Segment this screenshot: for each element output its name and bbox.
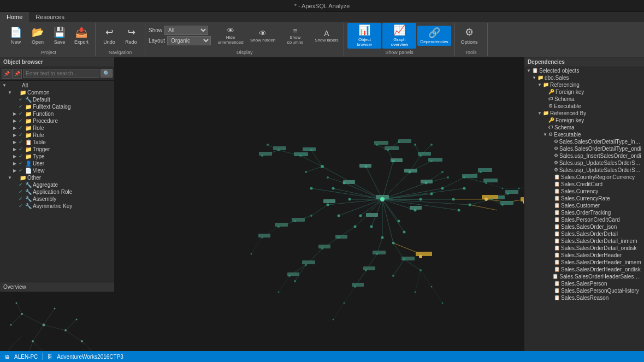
- show-select[interactable]: All: [164, 26, 208, 35]
- layout-select[interactable]: Organic: [167, 36, 211, 45]
- svg-point-225: [502, 187, 504, 189]
- dep-item-executable-group[interactable]: ▼⚙Executable: [524, 131, 644, 138]
- svg-point-174: [327, 203, 329, 206]
- dep-item-schema[interactable]: 🏷Schema: [524, 96, 644, 103]
- redo-button[interactable]: ↪ Redo: [121, 25, 141, 46]
- undo-button[interactable]: ↩ Undo: [99, 25, 120, 46]
- svg-line-72: [464, 177, 486, 183]
- dep-item-item18[interactable]: 📋Sales.SalesOrderHeader_inmem: [524, 259, 644, 266]
- pin-btn-1[interactable]: 📌: [2, 69, 11, 79]
- dep-tree[interactable]: ▼📋Selected objects▼📁dbo.Sales▼📁Referenci…: [524, 67, 644, 301]
- tree-item-user[interactable]: ▶✓👤User: [0, 160, 114, 167]
- tree-item-default[interactable]: ✓🔧Default: [0, 96, 114, 103]
- hide-unreferenced-button[interactable]: 👁 Hide unreferenced: [214, 25, 247, 46]
- dep-item-item11[interactable]: 📋Sales.OrderTracking: [524, 209, 644, 216]
- dep-item-item23[interactable]: 📋Sales.SalesReason: [524, 294, 644, 301]
- dep-item-foreign-key2[interactable]: 🔑Foreign key: [524, 117, 644, 124]
- dep-item-executable[interactable]: ⚙Executable: [524, 103, 644, 110]
- dep-item-item15[interactable]: 📋Sales.SalesOrderDetail_inmem: [524, 238, 644, 245]
- dep-item-item14[interactable]: 📋Sales.SalesOrderDetail: [524, 230, 644, 238]
- dep-item-item1[interactable]: ⚙Sales.SalesOrderDetailType_inme: [524, 138, 644, 145]
- tree-item-procedure[interactable]: ▶✓📁Procedure: [0, 117, 114, 124]
- svg-point-182: [310, 149, 312, 151]
- dep-item-item6[interactable]: 📋Sales.CountryRegionCurrency: [524, 174, 644, 181]
- tab-home[interactable]: Home: [0, 12, 29, 22]
- dep-item-label-item23: Sales.SalesReason: [561, 295, 608, 301]
- svg-line-9: [33, 341, 44, 352]
- dep-item-label-item3: Sales.usp_InsertSalesOrder_ondi: [559, 153, 641, 159]
- search-input[interactable]: [23, 69, 99, 78]
- open-button[interactable]: 📂 Open: [27, 25, 48, 46]
- tree-item-table[interactable]: ▶✓📋Table: [0, 139, 114, 146]
- dep-item-item2[interactable]: ⚙Sales.SalesOrderDetailType_ondi: [524, 145, 644, 152]
- svg-point-155: [321, 165, 324, 168]
- dep-item-selected[interactable]: ▼📋Selected objects: [524, 67, 644, 74]
- dep-item-item22[interactable]: 📋Sales.SalesPersonQuotaHistory: [524, 287, 644, 294]
- tree-item-rule[interactable]: ▶✓📁Rule: [0, 132, 114, 139]
- dep-item-item12[interactable]: 📋Sales.PersonCreditCard: [524, 216, 644, 223]
- center-canvas[interactable]: − + 4% ⊡ ⤢: [115, 57, 524, 362]
- dep-item-label-item10: Sales.Customer: [561, 203, 600, 209]
- dep-item-item5[interactable]: ⚙Sales.usp_UpdateSalesOrderShip: [524, 167, 644, 174]
- tree-item-asymkey[interactable]: ✓🔧Asymmetric Key: [0, 203, 114, 210]
- new-button[interactable]: 📄 New: [5, 25, 26, 46]
- graph-overview-button[interactable]: 📈 Graph overview: [382, 23, 416, 49]
- show-hidden-button[interactable]: 👁 Show hidden: [248, 28, 277, 44]
- dep-item-foreign-key[interactable]: 🔑Foreign key: [524, 88, 644, 96]
- tree-item-all[interactable]: ▼All: [0, 82, 114, 89]
- tree-area[interactable]: ▼All▼📁Common✓🔧Default✓📁Fulltext Catalog▶…: [0, 81, 114, 282]
- tree-item-aggregate[interactable]: ✓🔧Aggregate: [0, 181, 114, 188]
- svg-line-6: [66, 319, 76, 330]
- dep-item-item3[interactable]: ⚙Sales.usp_InsertSalesOrder_ondi: [524, 152, 644, 159]
- search-button[interactable]: 🔍: [101, 69, 113, 78]
- tree-item-assembly[interactable]: ✓🔧Assembly: [0, 195, 114, 203]
- dep-item-label-executable: Executable: [554, 103, 581, 109]
- pin-btn-2[interactable]: 📌: [12, 69, 22, 79]
- tree-item-common[interactable]: ▼📁Common: [0, 89, 114, 96]
- tree-item-other[interactable]: ▼📁Other: [0, 174, 114, 181]
- svg-point-169: [381, 236, 384, 239]
- show-columns-button[interactable]: ≡ Show columns: [279, 25, 311, 46]
- tree-item-fulltext[interactable]: ✓📁Fulltext Catalog: [0, 103, 114, 110]
- dep-item-item9[interactable]: 📋Sales.CurrencyRate: [524, 195, 644, 202]
- export-button[interactable]: 📤 Export: [71, 25, 92, 46]
- dep-item-icon-item13: 📋: [554, 224, 560, 229]
- tab-resources[interactable]: Resources: [29, 12, 71, 22]
- dep-item-item7[interactable]: 📋Sales.CreditCard: [524, 181, 644, 188]
- tree-item-approle[interactable]: ✓🔧Application Role: [0, 188, 114, 195]
- svg-line-52: [382, 199, 404, 232]
- dep-item-item21[interactable]: 📋Sales.SalesPerson: [524, 280, 644, 287]
- tree-item-type[interactable]: ▶✓📁Type: [0, 153, 114, 160]
- dep-item-referencing[interactable]: ▼📁Referencing: [524, 81, 644, 88]
- svg-point-175: [332, 187, 335, 189]
- tree-item-view[interactable]: ▶✓📄View: [0, 167, 114, 174]
- svg-point-19: [21, 313, 23, 315]
- svg-point-177: [452, 198, 455, 200]
- svg-point-187: [447, 176, 449, 179]
- dep-item-item17[interactable]: 📋Sales.SalesOrderHeader: [524, 252, 644, 259]
- dep-item-label-foreign-key: Foreign key: [556, 89, 584, 95]
- dep-item-item19[interactable]: 📋Sales.SalesOrderHeader_ondisk: [524, 266, 644, 273]
- dep-item-item13[interactable]: 📋Sales.SalesOrder_json: [524, 223, 644, 230]
- tree-item-trigger[interactable]: ▶✓📁Trigger: [0, 146, 114, 153]
- svg-point-180: [458, 209, 460, 211]
- tree-item-role[interactable]: ▶✓📁Role: [0, 124, 114, 132]
- dependencies-button[interactable]: 🔗 Dependencies: [417, 26, 451, 46]
- options-button[interactable]: ⚙ Options: [458, 25, 481, 46]
- dep-item-item10[interactable]: 📋Sales.Customer: [524, 202, 644, 209]
- object-browser-button[interactable]: 📊 Object browser: [347, 23, 381, 49]
- dep-item-item4[interactable]: ⚙Sales.usp_UpdateSalesOrderShip: [524, 159, 644, 167]
- svg-point-200: [354, 286, 356, 288]
- dep-item-dbo-sales[interactable]: ▼📁dbo.Sales: [524, 74, 644, 81]
- svg-line-62: [300, 156, 322, 167]
- tree-item-label-assembly: Assembly: [33, 196, 56, 202]
- dep-item-item8[interactable]: 📋Sales.Currency: [524, 188, 644, 195]
- tree-item-function[interactable]: ▶✓📁Function: [0, 110, 114, 117]
- dep-item-schema2[interactable]: 🏷Schema: [524, 124, 644, 131]
- tree-item-icon-rule: 📁: [25, 132, 33, 138]
- dep-item-item20[interactable]: 📋Sales.SalesOrderHeaderSalesReas: [524, 273, 644, 280]
- dep-item-referenced-by[interactable]: ▼📁Referenced By: [524, 110, 644, 117]
- save-button[interactable]: 💾 Save: [49, 25, 70, 46]
- dep-item-item16[interactable]: 📋Sales.SalesOrderDetail_ondisk: [524, 245, 644, 252]
- show-labels-button[interactable]: A Show labels: [312, 28, 340, 44]
